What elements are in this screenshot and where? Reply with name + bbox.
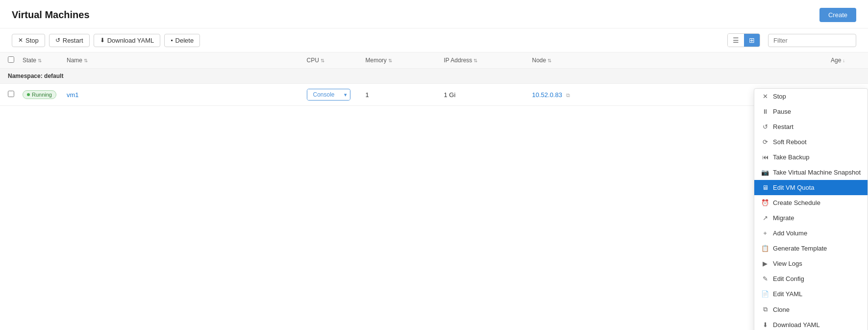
delete-button[interactable]: ▪ Delete	[164, 34, 200, 47]
restart-button[interactable]: ↺ Restart	[49, 34, 90, 47]
stop-icon: ✕	[18, 37, 23, 44]
view-toggle: ☰ ⊞	[727, 33, 760, 47]
state-dot	[27, 93, 30, 96]
grid-view-button[interactable]: ⊞	[744, 34, 760, 47]
row-console-action: Console ▾	[307, 89, 366, 101]
namespace-row: Namespace: default	[0, 69, 868, 84]
console-button[interactable]: Console	[307, 89, 341, 100]
menu-icon-stop: ✕	[761, 93, 769, 100]
row-name: vm1	[67, 91, 307, 99]
list-view-button[interactable]: ☰	[728, 34, 744, 47]
table-header: State ⇅ Name ⇅ CPU ⇅ Memory ⇅ IP Address…	[0, 52, 868, 69]
row-select-checkbox[interactable]	[8, 91, 14, 97]
console-dropdown-button[interactable]: ▾	[341, 90, 350, 100]
vm-name-link[interactable]: vm1	[67, 91, 79, 99]
menu-item-pause[interactable]: ⏸Pause	[754, 104, 868, 106]
create-button[interactable]: Create	[819, 8, 856, 22]
download-icon: ⬇	[100, 37, 105, 44]
row-state: Running	[23, 90, 67, 99]
copy-ip-icon[interactable]: ⧉	[566, 92, 570, 98]
console-button-group: Console ▾	[307, 89, 350, 101]
sort-memory-icon: ⇅	[388, 58, 392, 63]
table-container: State ⇅ Name ⇅ CPU ⇅ Memory ⇅ IP Address…	[0, 52, 868, 106]
context-menu: ✕Stop⏸Pause↺Restart⟳Soft Reboot⏮Take Bac…	[754, 88, 868, 106]
row-cpu: 1	[366, 91, 444, 99]
select-all-checkbox[interactable]	[8, 56, 14, 63]
row-memory: 1 Gi	[444, 91, 532, 99]
ip-address-link[interactable]: 10.52.0.83	[532, 91, 562, 99]
status-badge: Running	[23, 90, 56, 99]
stop-button[interactable]: ✕ Stop	[12, 34, 45, 47]
checkbox-header[interactable]	[8, 56, 23, 64]
toolbar: ✕ Stop ↺ Restart ⬇ Download YAML ▪ Delet…	[0, 28, 868, 52]
page-title: Virtual Machines	[12, 9, 90, 21]
column-memory[interactable]: Memory ⇅	[366, 57, 444, 64]
sort-node-icon: ⇅	[547, 58, 551, 63]
column-ip[interactable]: IP Address ⇅	[444, 57, 532, 64]
column-age[interactable]: Age ↓	[831, 57, 860, 64]
page-header: Virtual Machines Create	[0, 0, 868, 28]
sort-age-icon: ↓	[843, 58, 845, 63]
sort-state-icon: ⇅	[38, 58, 42, 63]
download-yaml-button[interactable]: ⬇ Download YAML	[94, 34, 161, 47]
row-ip: 10.52.0.83 ⧉	[532, 91, 772, 99]
table-row: Running vm1 Console ▾ 1 1 Gi 10.52.0.83 …	[0, 84, 868, 106]
restart-icon: ↺	[55, 37, 60, 44]
sort-cpu-icon: ⇅	[321, 58, 324, 63]
delete-icon: ▪	[171, 37, 173, 44]
sort-name-icon: ⇅	[84, 58, 88, 63]
row-checkbox[interactable]	[8, 91, 23, 99]
column-state[interactable]: State ⇅	[23, 57, 67, 64]
sort-ip-icon: ⇅	[473, 58, 477, 63]
menu-item-stop[interactable]: ✕Stop	[754, 89, 868, 104]
column-cpu[interactable]: CPU ⇅	[307, 57, 366, 64]
column-node[interactable]: Node ⇅	[532, 57, 772, 64]
filter-input[interactable]	[768, 34, 856, 47]
column-name[interactable]: Name ⇅	[67, 57, 307, 64]
